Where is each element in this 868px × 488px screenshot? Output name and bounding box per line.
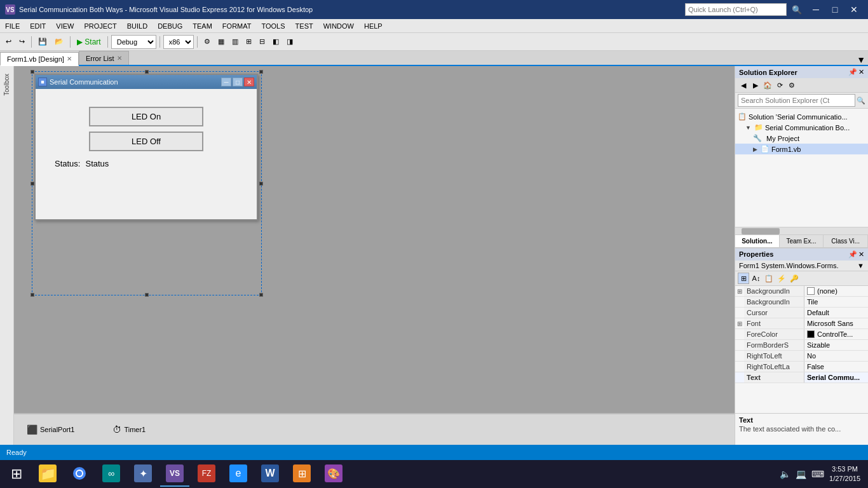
toolbar-btn-1[interactable]: ⚙ xyxy=(201,35,214,49)
timer-component[interactable]: ⏱ Timer1 xyxy=(112,424,146,435)
platform-dropdown[interactable]: x86 x64 xyxy=(163,35,194,49)
prop-properties-btn[interactable]: 📋 xyxy=(763,273,775,284)
toolbox-label[interactable]: Toolbox xyxy=(2,69,11,100)
menu-file[interactable]: FILE xyxy=(0,19,25,32)
redo-btn[interactable]: ↪ xyxy=(16,35,28,49)
prop-events-btn[interactable]: ⚡ xyxy=(776,273,787,284)
se-tab-solution[interactable]: Solution... xyxy=(735,235,780,247)
resize-handle-bm[interactable] xyxy=(145,293,149,297)
menu-build[interactable]: BUILD xyxy=(122,19,153,32)
prop-value-righttoleftla[interactable]: False xyxy=(804,362,868,372)
toolbar-btn-4[interactable]: ⊞ xyxy=(243,35,255,49)
minimize-button[interactable]: ─ xyxy=(807,3,825,17)
form-close-btn[interactable]: ✕ xyxy=(244,78,254,86)
taskbar-vs[interactable]: VS xyxy=(160,461,189,487)
led-off-button[interactable]: LED Off xyxy=(89,132,203,151)
close-button[interactable]: ✕ xyxy=(845,3,863,17)
taskbar-chrome[interactable] xyxy=(65,461,94,487)
se-settings-btn[interactable]: ⚙ xyxy=(786,79,797,91)
config-dropdown[interactable]: Debug Release xyxy=(111,35,156,49)
led-on-button[interactable]: LED On xyxy=(89,107,203,126)
menu-help[interactable]: HELP xyxy=(359,19,388,32)
taskbar-openoffice[interactable]: ✦ xyxy=(128,461,158,487)
tab-form1-design[interactable]: Form1.vb [Design] ✕ xyxy=(0,52,79,66)
tab-form1-close[interactable]: ✕ xyxy=(67,55,72,62)
menu-tools[interactable]: TOOLS xyxy=(256,19,290,32)
taskbar-filezilla[interactable]: FZ xyxy=(192,461,221,487)
form-minimize-btn[interactable]: ─ xyxy=(221,78,231,86)
prop-value-backgroundin[interactable]: (none) xyxy=(804,286,868,296)
prop-value-forecolor[interactable]: ControlTe... xyxy=(804,329,868,339)
prop-value-formborders[interactable]: Sizable xyxy=(804,340,868,350)
se-refresh-btn[interactable]: ⟳ xyxy=(774,79,785,91)
taskbar-ie[interactable]: e xyxy=(224,461,253,487)
quick-launch-input[interactable] xyxy=(685,3,787,16)
taskbar-file-explorer[interactable]: 📁 xyxy=(33,461,62,487)
form-maximize-btn[interactable]: □ xyxy=(233,78,243,86)
serial-port-component[interactable]: ⬛ SerialPort1 xyxy=(27,424,74,435)
menu-window[interactable]: WINDOW xyxy=(318,19,359,32)
taskbar-arduino[interactable]: ∞ xyxy=(97,461,126,487)
prop-pin-btn[interactable]: 📌 xyxy=(848,250,857,259)
resize-handle-mr[interactable] xyxy=(259,182,263,186)
se-back-btn[interactable]: ◀ xyxy=(738,79,749,91)
toolbar-btn-5[interactable]: ⊟ xyxy=(256,35,268,49)
taskbar-mosaic[interactable]: ⊞ xyxy=(287,461,316,487)
se-forward-btn[interactable]: ▶ xyxy=(750,79,761,91)
prop-alphabetical-btn[interactable]: A↕ xyxy=(750,273,762,284)
toolbar-btn-6[interactable]: ◧ xyxy=(269,35,282,49)
toolbar-btn-7[interactable]: ◨ xyxy=(283,35,296,49)
toolbar-btn-2[interactable]: ▦ xyxy=(215,35,227,49)
start-button[interactable]: ▶ Start xyxy=(74,35,104,49)
menu-test[interactable]: TEST xyxy=(290,19,318,32)
maximize-button[interactable]: □ xyxy=(826,3,844,17)
tree-myproject[interactable]: 🔧 My Project xyxy=(735,133,868,144)
se-close-btn[interactable]: ✕ xyxy=(858,68,864,76)
se-pin-btn[interactable]: 📌 xyxy=(848,68,857,76)
form-app-icon: ■ xyxy=(38,78,47,86)
tree-project[interactable]: ▼ 📁 Serial Communication Bo... xyxy=(735,122,868,133)
prop-value-font[interactable]: Microsoft Sans xyxy=(804,318,868,329)
se-tab-class[interactable]: Class Vi... xyxy=(824,235,868,247)
resize-handle-br[interactable] xyxy=(259,293,263,297)
prop-close-btn[interactable]: ✕ xyxy=(858,250,864,259)
menu-edit[interactable]: EDIT xyxy=(25,19,51,32)
se-tab-team[interactable]: Team Ex... xyxy=(780,235,824,247)
undo-btn[interactable]: ↩ xyxy=(3,35,15,49)
tab-dropdown-btn[interactable]: ▼ xyxy=(854,55,868,65)
se-search-input[interactable] xyxy=(738,94,855,107)
tab-error-list[interactable]: Error List ✕ xyxy=(79,51,129,65)
se-home-btn[interactable]: 🏠 xyxy=(762,79,773,91)
tree-form1[interactable]: ▶ 📄 Form1.vb xyxy=(735,144,868,154)
prop-value-cursor[interactable]: Default xyxy=(804,308,868,318)
se-scroll-thumb[interactable] xyxy=(742,228,780,234)
se-horizontal-scrollbar[interactable] xyxy=(735,227,868,234)
prop-categorized-btn[interactable]: ⊞ xyxy=(738,273,749,284)
taskbar-word[interactable]: W xyxy=(255,461,285,487)
properties-object-selector[interactable]: Form1 System.Windows.Forms. ▼ xyxy=(735,261,868,271)
menu-view[interactable]: VIEW xyxy=(51,19,79,32)
menu-debug[interactable]: DEBUG xyxy=(153,19,187,32)
prop-proppage-btn[interactable]: 🔑 xyxy=(789,273,800,284)
prop-object-arrow[interactable]: ▼ xyxy=(857,262,864,269)
clock[interactable]: 3:53 PM 1/27/2015 xyxy=(829,464,860,484)
prop-value-text[interactable]: Serial Commu... xyxy=(804,372,868,383)
menu-project[interactable]: PROJECT xyxy=(79,19,121,32)
save-all-btn[interactable]: 💾 xyxy=(35,35,50,49)
taskbar-photo[interactable]: 🎨 xyxy=(319,461,348,487)
resize-handle-bl[interactable] xyxy=(31,293,34,297)
resize-handle-tr[interactable] xyxy=(259,70,263,74)
toolbar-btn-3[interactable]: ▥ xyxy=(229,35,241,49)
keyboard-icon[interactable]: ⌨ xyxy=(811,469,824,479)
tab-error-close[interactable]: ✕ xyxy=(117,55,122,62)
menu-format[interactable]: FORMAT xyxy=(217,19,257,32)
open-btn[interactable]: 📂 xyxy=(51,35,67,49)
toolbar-sep-3 xyxy=(107,36,108,48)
tree-solution[interactable]: 📋 Solution 'Serial Communicatio... xyxy=(735,111,868,122)
prop-value-righttoleft[interactable]: No xyxy=(804,351,868,361)
network-icon[interactable]: 💻 xyxy=(796,469,806,479)
prop-value-backgroundintile[interactable]: Tile xyxy=(804,297,868,307)
menu-team[interactable]: TEAM xyxy=(187,19,217,32)
volume-icon[interactable]: 🔈 xyxy=(780,469,790,479)
start-button-taskbar[interactable]: ⊞ xyxy=(3,461,31,487)
